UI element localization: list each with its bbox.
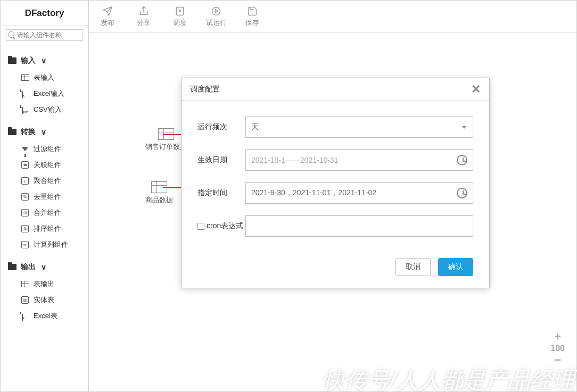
item-label: 聚合组件 (34, 176, 61, 186)
specific-time-label: 指定时间 (197, 188, 245, 198)
effective-date-label: 生效日期 (197, 155, 245, 165)
sidebar-item-excel-table[interactable]: X Excel表 (1, 308, 88, 324)
cron-label: cron表达式 (197, 221, 245, 231)
file-excel-icon: X (21, 312, 29, 320)
sidebar-item-table-output[interactable]: 表输出 (1, 276, 88, 292)
modal-body: 运行频次 天 生效日期 2021-10-1——2021-10-31 指定时间 (182, 101, 489, 258)
sidebar-item-table-input[interactable]: 表输入 (1, 70, 88, 86)
sidebar-item-aggregate[interactable]: Σ 聚合组件 (1, 173, 88, 189)
input-placeholder: 2021-10-1——2021-10-31 (251, 156, 338, 164)
item-label: 去重组件 (34, 192, 61, 202)
sidebar-item-dedupe[interactable]: ⧉ 去重组件 (1, 189, 88, 205)
item-label: 排序组件 (34, 224, 61, 233)
toolbar-label: 试运行 (206, 18, 227, 28)
zoom-out-button[interactable]: − (554, 354, 561, 366)
sidebar-item-merge[interactable]: ⊞ 合并组件 (1, 205, 88, 221)
share-button[interactable]: 分享 (131, 5, 156, 28)
sidebar-item-excel-input[interactable]: X Excel输入 (1, 86, 88, 102)
save-icon (246, 5, 258, 17)
merge-icon: ⊞ (21, 209, 29, 216)
search-wrap (1, 26, 88, 46)
sidebar-item-csv-input[interactable]: csv CSV输入 (1, 102, 88, 118)
canvas-node-product-data[interactable]: 商品数据 (145, 181, 173, 205)
cancel-button[interactable]: 取消 (395, 258, 431, 276)
toolbar-label: 分享 (137, 18, 151, 28)
cron-checkbox[interactable] (197, 223, 204, 230)
form-row-specific-time: 指定时间 2021-9-30，2021-11-01，2021-11-02 (197, 182, 473, 204)
group-label: 输入 (21, 56, 36, 65)
sidebar-item-sort[interactable]: ⇅ 排序组件 (1, 221, 88, 237)
testrun-button[interactable]: 试运行 (204, 5, 228, 28)
form-row-frequency: 运行频次 天 (197, 116, 473, 138)
folder-icon (8, 57, 17, 64)
item-label: 表输出 (34, 279, 54, 289)
form-row-cron: cron表达式 (197, 215, 473, 237)
toolbar: 发布 分享 调度 试运行 (89, 1, 576, 32)
join-icon: ⇄ (21, 161, 29, 169)
chevron-down-icon: ∨ (41, 263, 46, 271)
caret-down-icon (462, 126, 466, 129)
sidebar-group-transform[interactable]: 转换 ∨ (1, 123, 88, 141)
button-label: 取消 (406, 262, 421, 272)
sidebar-item-calc[interactable]: fx 计算列组件 (1, 237, 88, 253)
sidebar-item-entity-table[interactable]: ▥ 实体表 (1, 292, 88, 308)
cron-input[interactable] (245, 215, 473, 237)
schedule-button[interactable]: 调度 (168, 5, 192, 28)
brand-title: DFactory (1, 1, 88, 26)
search-input[interactable] (6, 29, 83, 41)
entity-table-icon: ▥ (21, 296, 29, 304)
item-label: 实体表 (34, 295, 54, 305)
form-row-effective-date: 生效日期 2021-10-1——2021-10-31 (197, 149, 473, 171)
cron-label-text: cron表达式 (207, 221, 243, 231)
paper-plane-icon (102, 5, 113, 17)
button-label: 确认 (448, 262, 463, 272)
select-value: 天 (251, 122, 259, 132)
dedupe-icon: ⧉ (21, 193, 29, 201)
item-label: 过滤组件 (34, 144, 61, 154)
zoom-in-button[interactable]: + (554, 331, 561, 343)
share-icon (138, 5, 150, 17)
item-label: Excel输入 (34, 89, 64, 98)
item-label: Excel表 (34, 311, 57, 321)
specific-time-input[interactable]: 2021-9-30，2021-11-01，2021-11-02 (245, 182, 473, 204)
frequency-label: 运行频次 (197, 122, 245, 132)
sidebar-group-output[interactable]: 输出 ∨ (1, 258, 88, 276)
folder-icon (8, 264, 17, 270)
chevron-down-icon: ∨ (41, 128, 46, 136)
schedule-icon (174, 5, 186, 17)
save-button[interactable]: 保存 (240, 5, 265, 28)
sidebar-item-join[interactable]: ⇄ 关联组件 (1, 157, 88, 173)
calc-icon: fx (21, 241, 29, 248)
folder-icon (8, 129, 17, 135)
toolbar-label: 调度 (173, 18, 187, 28)
modal-header: 调度配置 ✕ (182, 78, 489, 101)
sidebar-item-filter[interactable]: 过滤组件 (1, 141, 88, 157)
zoom-value: 100 (550, 344, 565, 353)
toolbar-label: 发布 (101, 18, 114, 28)
chevron-down-icon: ∨ (41, 56, 46, 65)
group-label: 输出 (21, 262, 36, 272)
group-label: 转换 (21, 127, 36, 137)
input-value: 2021-9-30，2021-11-01，2021-11-02 (251, 188, 376, 198)
item-label: 关联组件 (34, 160, 61, 170)
file-csv-icon: csv (21, 106, 29, 113)
item-label: 合并组件 (34, 208, 61, 218)
sort-icon: ⇅ (21, 225, 29, 232)
modal-title: 调度配置 (190, 85, 220, 94)
file-excel-icon: X (21, 90, 29, 97)
frequency-select[interactable]: 天 (245, 116, 473, 138)
table-icon (21, 280, 29, 288)
sidebar-group-input[interactable]: 输入 ∨ (1, 52, 88, 70)
sidebar: DFactory 输入 ∨ 表输入 X Excel输入 csv CSV输入 转换… (1, 1, 89, 391)
filter-icon (21, 145, 29, 153)
search-icon (8, 31, 14, 38)
aggregate-icon: Σ (21, 177, 29, 185)
publish-button[interactable]: 发布 (95, 5, 120, 28)
confirm-button[interactable]: 确认 (438, 258, 473, 276)
zoom-controls: + 100 − (550, 331, 565, 366)
effective-date-input[interactable]: 2021-10-1——2021-10-31 (245, 149, 473, 171)
item-label: 表输入 (34, 73, 54, 82)
close-icon[interactable]: ✕ (471, 82, 481, 96)
item-label: CSV输入 (34, 105, 62, 114)
toolbar-label: 保存 (245, 18, 259, 28)
